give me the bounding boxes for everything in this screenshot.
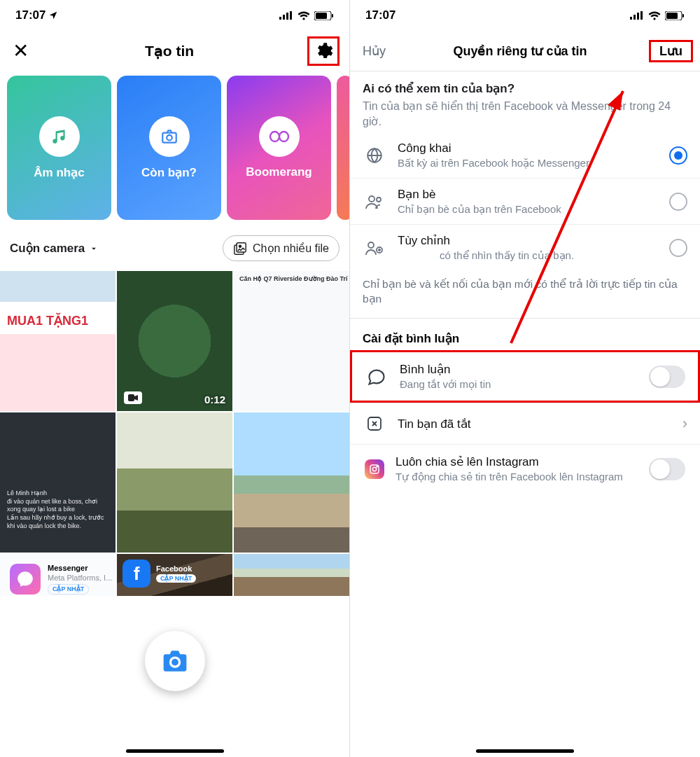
battery-icon [314,11,334,20]
gallery-item[interactable] [0,412,115,553]
comment-section-label: Cài đặt bình luận [350,319,700,350]
home-indicator [476,749,574,753]
settings-highlight [307,36,340,66]
status-bar: 17:07 [350,0,700,31]
location-arrow-icon [48,11,58,20]
instagram-icon [365,459,384,479]
close-icon[interactable]: ✕ [10,37,31,65]
gallery-item[interactable] [234,554,349,596]
toggle-off[interactable] [649,458,685,480]
gallery-item[interactable] [234,412,349,553]
custom-icon [365,240,384,256]
svg-rect-12 [630,17,632,20]
svg-point-10 [239,245,241,247]
cancel-button[interactable]: Hủy [357,39,391,63]
tile-music[interactable]: Âm nhạc [7,76,111,220]
chevron-right-icon: › [682,415,687,433]
tile-label: Âm nhạc [34,165,84,180]
option-public[interactable]: Công khai Bất kỳ ai trên Facebook hoặc M… [350,133,700,179]
signal-icon [630,11,644,20]
row-subtitle: Tự động chia sẻ tin trên Facebook lên In… [396,471,638,483]
boomerang-icon [269,130,290,143]
gallery-item[interactable] [234,271,349,411]
page-title: Quyền riêng tư của tin [453,43,587,59]
privacy-question-section: Ai có thể xem tin của bạn? Tin của bạn s… [350,71,700,133]
svg-rect-6 [332,14,333,18]
chevron-down-icon [89,244,99,254]
svg-rect-18 [682,14,684,18]
tile-label: Còn bạn? [141,165,197,180]
camera-roll-dropdown[interactable]: Cuộn camera [10,241,99,256]
status-time: 17:07 [15,8,46,22]
option-title: Tùy chỉnh [398,233,658,248]
radio-unselected[interactable] [669,193,687,211]
svg-rect-5 [316,13,327,19]
toggle-off[interactable] [649,366,685,388]
comment-toggle-row[interactable]: Bình luận Đang tắt với mọi tin [350,350,700,403]
messenger-icon [16,570,34,588]
row-title: Luôn chia sẻ lên Instagram [396,454,638,469]
svg-rect-11 [128,394,134,401]
gallery-grid: 0:12 Messenger Meta Platforms, I... CẬP … [0,271,349,596]
radio-selected[interactable] [669,146,687,165]
svg-rect-2 [286,13,288,20]
section-subtitle: Tin của bạn sẽ hiển thị trên Facebook và… [363,99,687,129]
create-story-header: ✕ Tạo tin [0,31,349,76]
gallery-item[interactable] [0,271,115,411]
story-type-tiles: Âm nhạc Còn bạn? Boomerang [0,76,349,220]
friends-icon [365,194,384,209]
multi-select-label: Chọn nhiều file [253,242,329,255]
svg-rect-0 [279,17,281,20]
radio-unselected[interactable] [669,239,687,257]
gallery-item[interactable]: 0:12 [117,271,232,411]
option-title: Bạn bè [398,187,658,202]
gallery-item[interactable]: Messenger Meta Platforms, I... CẬP NHẬT [0,554,115,596]
tile-label: Boomerang [246,165,312,179]
gallery-item[interactable] [117,412,232,553]
gear-icon[interactable] [314,41,333,61]
reply-note: Chỉ bạn bè và kết nối của bạn mới có thể… [350,270,700,319]
row-subtitle: Đang tắt với mọi tin [400,378,638,391]
camera-icon [161,648,189,674]
tile-selfie[interactable]: Còn bạn? [117,76,221,220]
svg-rect-1 [283,15,285,20]
video-badge-icon [124,391,142,404]
camera-fab[interactable] [145,631,205,691]
svg-rect-15 [640,11,643,20]
option-custom[interactable]: Tùy chỉnh có thể nhìn thấy tin của bạn. [350,225,700,270]
row-title: Tin bạn đã tắt [398,417,671,431]
signal-icon [279,11,293,20]
svg-rect-13 [634,15,636,20]
svg-point-26 [372,467,376,471]
globe-icon [365,146,384,165]
svg-rect-7 [162,132,176,142]
option-subtitle: Chỉ bạn bè của bạn trên Facebook [398,203,658,216]
create-story-screen: 17:07 ✕ Tạo tin Âm nhạc Còn bạn? Boomera… [0,0,350,757]
story-privacy-screen: 17:07 Hủy Quyền riêng tư của tin Lưu Ai … [350,0,700,757]
tile-boomerang[interactable]: Boomerang [227,76,331,220]
multi-photo-icon [233,242,247,255]
svg-rect-14 [637,13,639,20]
svg-point-8 [167,134,172,140]
section-question: Ai có thể xem tin của bạn? [363,81,687,96]
svg-point-27 [377,466,377,466]
svg-point-20 [369,196,374,202]
instagram-share-row[interactable]: Luôn chia sẻ lên Instagram Tự động chia … [350,445,700,495]
privacy-header: Hủy Quyền riêng tư của tin Lưu [350,31,700,71]
gallery-controls: Cuộn camera Chọn nhiều file [0,220,349,271]
camera-roll-label: Cuộn camera [10,241,85,256]
status-time: 17:07 [365,8,396,22]
gallery-item[interactable]: f Facebook CẬP NHẬT [117,554,232,596]
muted-stories-row[interactable]: Tin bạn đã tắt › [350,403,700,445]
option-friends[interactable]: Bạn bè Chỉ bạn bè của bạn trên Facebook [350,179,700,225]
close-box-icon [366,415,383,432]
wifi-icon [298,11,310,20]
svg-point-21 [377,197,381,202]
home-indicator [126,749,224,753]
tile-more[interactable] [337,76,350,220]
multi-select-button[interactable]: Chọn nhiều file [223,235,340,261]
battery-icon [665,11,685,20]
save-button[interactable]: Lưu [655,41,687,61]
option-subtitle: có thể nhìn thấy tin của bạn. [398,249,658,262]
music-icon [50,127,69,146]
